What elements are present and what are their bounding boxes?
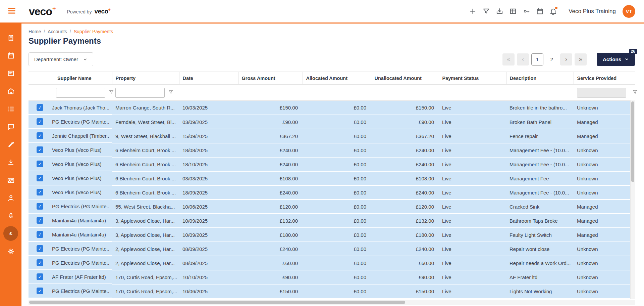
filter-button[interactable] <box>479 5 493 18</box>
vertical-scrollbar-thumb[interactable] <box>631 101 634 182</box>
sidebar-item-properties[interactable] <box>3 84 18 98</box>
row-checkbox[interactable] <box>37 259 43 266</box>
supplier-filter-input[interactable] <box>56 88 105 98</box>
breadcrumb-item[interactable]: Accounts <box>48 29 67 34</box>
table-row[interactable]: AF Frater (AF Frater ltd)170, Curtis Roa… <box>29 270 635 284</box>
cell-status: Live <box>439 171 506 185</box>
supplier-filter-funnel-icon[interactable] <box>108 89 115 96</box>
sidebar-item-listings[interactable] <box>3 66 18 81</box>
page-button-2[interactable]: 2 <box>546 53 558 65</box>
cell-status: Live <box>439 129 506 143</box>
notifications-button[interactable] <box>546 5 560 18</box>
cell-property: Ferndale, West Street, Bl... <box>112 115 179 129</box>
prev-page-button[interactable]: ‹ <box>517 53 529 65</box>
cell-supplier: PG Electrics (PG Mainte... <box>52 288 109 294</box>
row-checkbox[interactable] <box>37 189 43 195</box>
sidebar-item-tasks[interactable] <box>3 101 18 116</box>
cell-property: 3, Applewood Close, Har... <box>112 214 179 228</box>
cell-date: 08/09/2025 <box>179 242 238 256</box>
table-row[interactable]: PG Electrics (PG Mainte...55, West Stree… <box>29 200 635 214</box>
sidebar-item-calendar[interactable] <box>3 48 18 63</box>
sidebar-item-marketing[interactable] <box>3 208 18 223</box>
page-button-1[interactable]: 1 <box>531 53 543 65</box>
first-page-button[interactable]: « <box>502 53 515 65</box>
column-header-4[interactable]: Allocated Amount <box>303 72 371 85</box>
row-checkbox[interactable] <box>37 118 43 125</box>
avatar[interactable]: VT <box>623 5 635 18</box>
cell-service: Managed <box>574 129 635 143</box>
column-header-7[interactable]: Description <box>506 72 574 85</box>
department-filter-button[interactable]: Department: Owner <box>29 52 93 66</box>
breadcrumb-item[interactable]: Supplier Payments <box>74 29 113 34</box>
add-button[interactable] <box>466 5 479 18</box>
vertical-scrollbar[interactable] <box>630 100 635 299</box>
column-header-0[interactable]: Supplier Name <box>29 72 112 85</box>
cell-date: 10/03/2025 <box>179 101 238 115</box>
sidebar-item-contacts[interactable] <box>3 173 18 187</box>
next-page-button[interactable]: › <box>560 53 572 65</box>
table-row[interactable]: PG Electrics (PG Mainte...2, Applewood C… <box>29 256 635 270</box>
menu-icon[interactable] <box>6 6 17 17</box>
row-checkbox[interactable] <box>37 146 43 153</box>
person-icon <box>7 194 15 202</box>
account-name[interactable]: Veco Plus Training <box>569 8 616 15</box>
row-checkbox[interactable] <box>37 132 43 139</box>
service-filter-funnel-icon[interactable] <box>632 89 638 96</box>
row-checkbox[interactable] <box>37 288 43 294</box>
sidebar: £ <box>0 24 21 306</box>
breadcrumb-item[interactable]: Home <box>29 29 41 34</box>
table-row[interactable]: Jennie Chappell (Timber...9, West Street… <box>29 129 635 143</box>
table-row[interactable]: Veco Plus (Veco Plus)6 Blenheim Court, B… <box>29 185 635 200</box>
sidebar-item-messages[interactable] <box>3 119 18 134</box>
column-header-5[interactable]: Unallocated Amount <box>371 72 439 85</box>
breadcrumb-separator: / <box>44 29 45 34</box>
row-checkbox[interactable] <box>37 175 43 181</box>
column-header-8[interactable]: Service Provided <box>574 72 635 85</box>
key-button[interactable] <box>520 5 533 18</box>
veco-logo: veco + <box>29 6 55 16</box>
sidebar-item-maintenance[interactable] <box>3 137 18 152</box>
column-header-6[interactable]: Payment Status <box>439 72 506 85</box>
row-checkbox[interactable] <box>37 104 43 111</box>
sidebar-item-people[interactable] <box>3 190 18 205</box>
last-page-button[interactable]: » <box>575 53 587 65</box>
row-checkbox[interactable] <box>37 161 43 167</box>
toolbar-right: «‹12›» 26 Actions <box>502 53 635 66</box>
clipboard-icon <box>7 34 15 42</box>
calendar-icon <box>536 7 544 15</box>
table-row[interactable]: PG Electrics (PG Mainte...170, Curtis Ro… <box>29 284 635 298</box>
grid-button[interactable] <box>506 5 520 18</box>
actions-button[interactable]: Actions <box>597 53 635 66</box>
property-filter-funnel-icon[interactable] <box>167 89 174 96</box>
table-row[interactable]: Veco Plus (Veco Plus)6 Blenheim Court, B… <box>29 171 635 185</box>
row-checkbox[interactable] <box>37 231 43 238</box>
row-checkbox[interactable] <box>37 203 43 210</box>
table-row[interactable]: PG Electrics (PG Mainte...Ferndale, West… <box>29 115 635 129</box>
cell-gross: £180.00 <box>238 228 303 242</box>
export-button[interactable] <box>493 5 506 18</box>
table-row[interactable]: PG Electrics (PG Mainte...2, Applewood C… <box>29 242 635 256</box>
table-row[interactable]: Maintain4u (Maintain4u)3, Applewood Clos… <box>29 228 635 242</box>
row-checkbox[interactable] <box>37 245 43 252</box>
sidebar-item-downloads[interactable] <box>3 155 18 170</box>
sidebar-item-settings[interactable] <box>3 244 18 259</box>
row-checkbox[interactable] <box>37 273 43 280</box>
cell-supplier: PG Electrics (PG Mainte... <box>52 260 109 266</box>
sidebar-item-clipboard[interactable] <box>3 30 18 45</box>
table-row[interactable]: Jack Thomas (Jack Tho...Marron Grange, S… <box>29 101 635 115</box>
column-header-2[interactable]: Date <box>179 72 238 85</box>
column-header-1[interactable]: Property <box>112 72 179 85</box>
cell-unallocated: £150.00 <box>371 101 439 115</box>
sidebar-item-accounts[interactable]: £ <box>3 226 18 241</box>
property-filter-input[interactable] <box>115 88 165 98</box>
cell-description: Fence repair <box>506 129 574 143</box>
calendar-button[interactable] <box>533 5 546 18</box>
cell-allocated: £0.00 <box>303 185 371 200</box>
horizontal-scrollbar-thumb[interactable] <box>29 301 405 304</box>
horizontal-scrollbar[interactable] <box>29 300 635 305</box>
row-checkbox[interactable] <box>37 217 43 224</box>
table-row[interactable]: Maintain4u (Maintain4u)3, Applewood Clos… <box>29 214 635 228</box>
table-row[interactable]: Veco Plus (Veco Plus)6 Blenheim Court, B… <box>29 143 635 157</box>
column-header-3[interactable]: Gross Amount <box>238 72 303 85</box>
table-row[interactable]: Veco Plus (Veco Plus)6 Blenheim Court, B… <box>29 157 635 171</box>
